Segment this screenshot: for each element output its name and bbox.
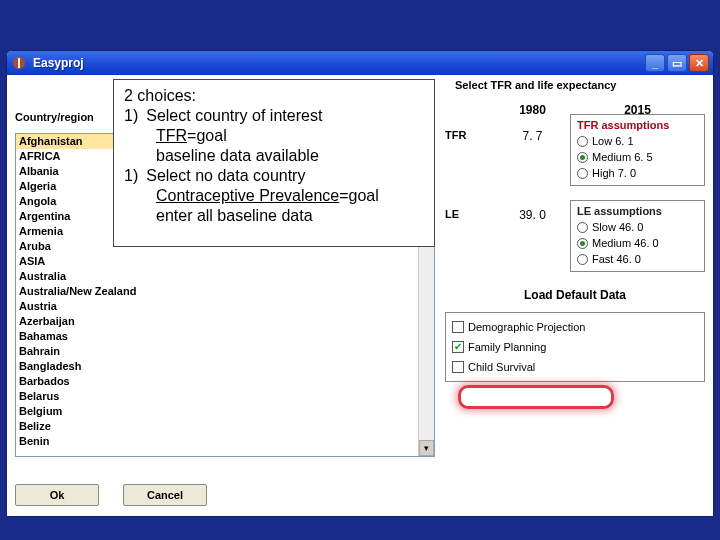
projection-option[interactable]: Child Survival bbox=[452, 357, 698, 377]
radio-icon[interactable] bbox=[577, 254, 588, 265]
radio-icon[interactable] bbox=[577, 238, 588, 249]
app-window: Easyproj _ ▭ ✕ Country/region Afghanista… bbox=[6, 50, 714, 517]
scroll-down-button[interactable]: ▾ bbox=[419, 440, 434, 456]
tfr-assumptions-box: TFR assumptions Low 6. 1Medium 6. 5High … bbox=[570, 114, 705, 186]
le-1980-value: 39. 0 bbox=[505, 208, 560, 222]
callout-heading: 2 choices: bbox=[124, 86, 424, 106]
app-icon bbox=[11, 55, 27, 71]
list-item[interactable]: Barbados bbox=[16, 374, 434, 389]
list-item[interactable]: Australia/New Zealand bbox=[16, 284, 434, 299]
le-option[interactable]: Fast 46. 0 bbox=[577, 251, 698, 267]
checkbox-icon[interactable] bbox=[452, 321, 464, 333]
radio-label: Fast 46. 0 bbox=[592, 253, 641, 265]
select-tfr-le-heading: Select TFR and life expectancy bbox=[455, 79, 705, 91]
radio-label: High 7. 0 bbox=[592, 167, 636, 179]
annotation-callout: 2 choices: 1)Select country of interest … bbox=[113, 79, 435, 247]
tfr-assumptions-title: TFR assumptions bbox=[577, 119, 698, 131]
le-label: LE bbox=[445, 208, 495, 220]
tfr-label: TFR bbox=[445, 129, 495, 141]
right-panel: Select TFR and life expectancy 1980 2015… bbox=[445, 79, 705, 382]
ok-button[interactable]: Ok bbox=[15, 484, 99, 506]
dialog-buttons: Ok Cancel bbox=[15, 484, 207, 506]
radio-icon[interactable] bbox=[577, 152, 588, 163]
minimize-button[interactable]: _ bbox=[645, 54, 665, 72]
window-title: Easyproj bbox=[33, 56, 639, 70]
list-item[interactable]: Bangladesh bbox=[16, 359, 434, 374]
checkbox-label: Family Planning bbox=[468, 341, 546, 353]
svg-rect-1 bbox=[18, 58, 20, 68]
radio-label: Slow 46. 0 bbox=[592, 221, 643, 233]
list-item[interactable]: Bahamas bbox=[16, 329, 434, 344]
list-item[interactable]: Belize bbox=[16, 419, 434, 434]
list-item[interactable]: Australia bbox=[16, 269, 434, 284]
list-item[interactable]: Austria bbox=[16, 299, 434, 314]
maximize-button[interactable]: ▭ bbox=[667, 54, 687, 72]
list-item[interactable]: Belarus bbox=[16, 389, 434, 404]
list-item[interactable]: Benin bbox=[16, 434, 434, 449]
list-item[interactable]: Azerbaijan bbox=[16, 314, 434, 329]
projection-option[interactable]: Family Planning bbox=[452, 337, 698, 357]
radio-label: Medium 6. 5 bbox=[592, 151, 653, 163]
year-1980-header: 1980 bbox=[505, 103, 560, 117]
family-planning-highlight bbox=[458, 385, 614, 409]
radio-icon[interactable] bbox=[577, 168, 588, 179]
list-item[interactable]: Belgium bbox=[16, 404, 434, 419]
close-button[interactable]: ✕ bbox=[689, 54, 709, 72]
titlebar[interactable]: Easyproj _ ▭ ✕ bbox=[7, 51, 713, 75]
le-option[interactable]: Slow 46. 0 bbox=[577, 219, 698, 235]
le-option[interactable]: Medium 46. 0 bbox=[577, 235, 698, 251]
cancel-button[interactable]: Cancel bbox=[123, 484, 207, 506]
client-area: Country/region AfghanistanAFRICAAlbaniaA… bbox=[7, 75, 713, 516]
window-controls: _ ▭ ✕ bbox=[645, 54, 709, 72]
le-assumptions-title: LE assumptions bbox=[577, 205, 698, 217]
checkbox-icon[interactable] bbox=[452, 361, 464, 373]
checkbox-icon[interactable] bbox=[452, 341, 464, 353]
tfr-option[interactable]: Medium 6. 5 bbox=[577, 149, 698, 165]
list-item[interactable]: ASIA bbox=[16, 254, 434, 269]
radio-icon[interactable] bbox=[577, 222, 588, 233]
radio-icon[interactable] bbox=[577, 136, 588, 147]
checkbox-label: Child Survival bbox=[468, 361, 535, 373]
radio-label: Low 6. 1 bbox=[592, 135, 634, 147]
radio-label: Medium 46. 0 bbox=[592, 237, 659, 249]
tfr-option[interactable]: Low 6. 1 bbox=[577, 133, 698, 149]
projection-option[interactable]: Demographic Projection bbox=[452, 317, 698, 337]
le-assumptions-box: LE assumptions Slow 46. 0Medium 46. 0Fas… bbox=[570, 200, 705, 272]
tfr-option[interactable]: High 7. 0 bbox=[577, 165, 698, 181]
tfr-1980-value: 7. 7 bbox=[505, 129, 560, 143]
load-default-data-label[interactable]: Load Default Data bbox=[445, 288, 705, 302]
checkbox-label: Demographic Projection bbox=[468, 321, 585, 333]
country-region-label: Country/region bbox=[15, 111, 94, 123]
projections-box: Demographic ProjectionFamily PlanningChi… bbox=[445, 312, 705, 382]
list-item[interactable]: Bahrain bbox=[16, 344, 434, 359]
